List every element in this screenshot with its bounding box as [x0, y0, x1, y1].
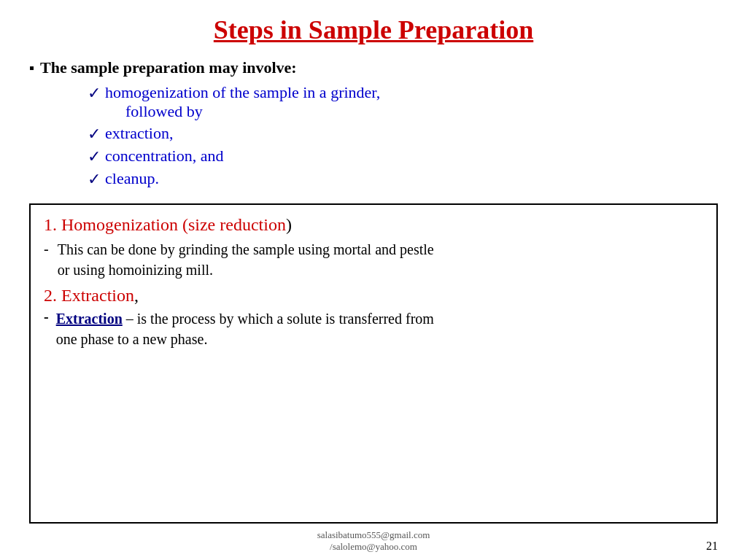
section1-title: 1. Homogenization (size reduction)	[44, 215, 703, 235]
main-bullet: ▪ The sample preparation may involve:	[29, 58, 718, 77]
sub-bullet-4: ✓ cleanup.	[88, 169, 718, 189]
checkmark-icon-4: ✓	[88, 170, 101, 189]
extraction-def1: – is the process by which a solute is tr…	[126, 311, 434, 327]
footer-email2: /salolemo@yahoo.com	[29, 541, 718, 553]
section1-desc: - This can be done by grinding the sampl…	[44, 239, 703, 280]
extraction-def2: one phase to a new phase.	[56, 331, 208, 347]
section2-title-black: ,	[134, 286, 139, 305]
footer: salasibatumo555@gmail.com /salolemo@yaho…	[29, 529, 718, 553]
section2-title: 2. Extraction,	[44, 286, 703, 306]
section1-number: 1.	[44, 215, 57, 234]
extraction-bold-label: Extraction	[56, 311, 123, 327]
section1-desc-text: This can be done by grinding the sample …	[58, 239, 434, 280]
extraction-row: - Extraction – is the process by which a…	[44, 308, 703, 349]
checkmark-icon-3: ✓	[88, 147, 101, 166]
extraction-text: Extraction – is the process by which a s…	[56, 308, 434, 349]
page-number: 21	[706, 540, 718, 553]
sub-bullet-1: ✓ homogenization of the sample in a grin…	[88, 83, 718, 121]
section1-title-red: Homogenization (size reduction	[61, 215, 286, 234]
bullet-marker: ▪	[29, 60, 34, 77]
main-bullet-text: The sample preparation may involve:	[40, 58, 297, 77]
footer-email1: salasibatumo555@gmail.com	[29, 529, 718, 541]
sub-bullet-1-text: homogenization of the sample in a grinde…	[105, 83, 380, 121]
checkmark-icon-2: ✓	[88, 125, 101, 144]
sub-bullet-2-text: extraction,	[105, 124, 173, 143]
checkmark-icon-1: ✓	[88, 84, 101, 103]
section2-title-red: Extraction	[61, 286, 134, 305]
bordered-box: 1. Homogenization (size reduction) - Thi…	[29, 203, 718, 524]
sub-bullet-3-text: concentration, and	[105, 147, 224, 166]
section2-number: 2.	[44, 286, 57, 305]
section1-dash: -	[44, 241, 49, 257]
extraction-dash: -	[44, 308, 49, 325]
section1-title-black: )	[286, 215, 292, 234]
slide: Steps in Sample Preparation ▪ The sample…	[0, 0, 747, 560]
sub-bullets-list: ✓ homogenization of the sample in a grin…	[88, 83, 718, 192]
sub-bullet-3: ✓ concentration, and	[88, 147, 718, 166]
sub-bullet-4-text: cleanup.	[105, 169, 159, 188]
slide-title: Steps in Sample Preparation	[29, 15, 718, 45]
sub-bullet-2: ✓ extraction,	[88, 124, 718, 144]
